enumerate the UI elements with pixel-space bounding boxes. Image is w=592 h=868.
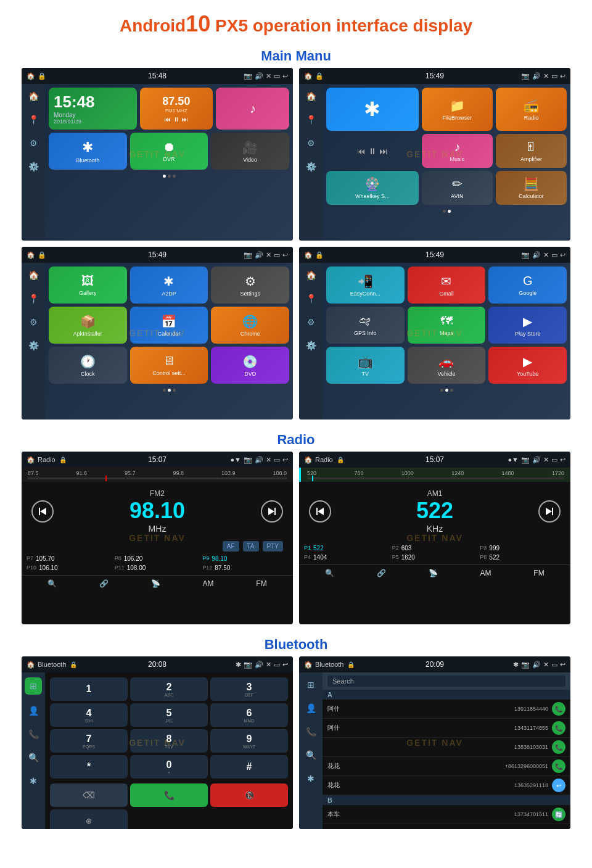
radio-next-fm[interactable]	[261, 500, 283, 523]
sidebar-equalizer-2[interactable]: ⚙	[303, 136, 318, 151]
dvd-tile[interactable]: 💿 DVD	[211, 347, 289, 384]
sidebar-settings-2[interactable]: ⚙️	[303, 159, 318, 174]
controlsett-tile[interactable]: 🖥 Control sett...	[130, 347, 208, 384]
gallery-tile[interactable]: 🖼 Gallery	[49, 267, 127, 304]
prev-btn[interactable]: ⏮	[357, 146, 366, 156]
bt-search-icon[interactable]: 🔍	[26, 750, 41, 765]
youtube-tile[interactable]: ▶ YouTube	[488, 347, 567, 384]
contact-3[interactable]: 13838103031 📞	[323, 738, 570, 757]
bt-settings-sidebar[interactable]: ✱	[26, 774, 41, 788]
dial-star[interactable]: *	[50, 755, 128, 779]
dial-5[interactable]: 5 JKL	[130, 703, 208, 727]
radio-am-fm-btn[interactable]: FM	[533, 569, 544, 577]
bt-c-search-icon[interactable]: 🔍	[303, 748, 318, 763]
easyconn-tile[interactable]: 📲 EasyConn...	[326, 267, 405, 304]
dial-9[interactable]: 9 WXYZ	[210, 729, 288, 753]
wheelkey-tile[interactable]: 🎡 Wheelkey S...	[326, 171, 419, 205]
video-tile[interactable]: 🎥 Video	[211, 133, 289, 170]
home-icon-4[interactable]: 🏠	[304, 251, 313, 259]
radio-am-back[interactable]: ↩	[560, 456, 565, 464]
clock-tile-3[interactable]: 🕐 Clock	[49, 347, 127, 384]
sidebar-home-2[interactable]: 🏠	[303, 89, 318, 104]
sidebar-location-3[interactable]: 📍	[26, 291, 41, 306]
dial-del-btn[interactable]: ⌫	[50, 783, 128, 807]
contact-1[interactable]: 阿什 13911854440 📞	[323, 700, 570, 719]
music-tile[interactable]: ♪	[216, 88, 289, 130]
chrome-tile[interactable]: 🌐 Chrome	[211, 307, 289, 344]
settings-tile[interactable]: ⚙ Settings	[211, 267, 289, 304]
bt-c-home-icon[interactable]: 🏠	[304, 661, 313, 669]
preset-p4[interactable]: P4 1404	[304, 554, 390, 561]
home-icon-2[interactable]: 🏠	[304, 72, 313, 80]
sidebar-settings-3[interactable]: ⚙️	[26, 338, 41, 353]
preset-p3[interactable]: P3 999	[480, 545, 565, 552]
sidebar-location-1[interactable]: 📍	[26, 112, 41, 127]
back-icon-4[interactable]: ↩	[560, 251, 565, 259]
gpsinfo-tile[interactable]: 🛩 GPS Info	[326, 307, 405, 344]
radio-link-btn[interactable]: 🔗	[99, 579, 109, 588]
music-tile-2[interactable]: ♪ Music	[422, 134, 493, 168]
radio-antenna-btn[interactable]: 📡	[151, 579, 160, 588]
preset-p11[interactable]: P11 108.00	[115, 564, 200, 571]
sidebar-home-3[interactable]: 🏠	[26, 268, 41, 283]
preset-p9[interactable]: P9 98.10	[202, 555, 288, 562]
preset-p7[interactable]: P7 105.70	[27, 555, 112, 562]
bt-c-settings-icon[interactable]: ✱	[303, 771, 318, 786]
sidebar-equalizer-1[interactable]: ⚙	[26, 136, 41, 151]
calculator-tile[interactable]: 🧮 Calculator	[496, 171, 567, 205]
dial-2[interactable]: 2 ABC	[130, 677, 208, 701]
bt-big-tile[interactable]: ✱	[326, 88, 419, 131]
google-tile[interactable]: G Google	[488, 267, 567, 304]
bt-recents-icon[interactable]: 📞	[26, 727, 41, 742]
contact-6[interactable]: 本车 13734701511 🔄	[323, 805, 570, 824]
call-btn-5[interactable]: ↩	[552, 779, 565, 792]
radio-ta-btn[interactable]: TA	[243, 541, 259, 552]
dial-8[interactable]: 8 TUV	[130, 729, 208, 753]
radio-am-am-btn[interactable]: AM	[480, 569, 491, 577]
sidebar-location-2[interactable]: 📍	[303, 112, 318, 127]
dial-call-btn[interactable]: 📞	[130, 783, 208, 807]
call-btn-2[interactable]: 📞	[552, 721, 565, 735]
radio-next-am[interactable]	[538, 500, 561, 523]
call-btn-1[interactable]: 📞	[552, 702, 565, 716]
dial-hash[interactable]: #	[210, 755, 288, 779]
bt-c-back[interactable]: ↩	[560, 661, 565, 669]
maps-tile[interactable]: 🗺 Maps	[408, 307, 486, 344]
bt-back[interactable]: ↩	[282, 661, 288, 669]
play-btn[interactable]: ⏸	[368, 146, 377, 156]
bt-home-icon[interactable]: 🏠	[27, 661, 35, 669]
bluetooth-tile-home1[interactable]: ✱ Bluetooth	[49, 133, 127, 170]
preset-p1[interactable]: P1 522	[304, 545, 390, 552]
radio-am-home-icon[interactable]: 🏠	[304, 456, 313, 464]
radio-search-btn[interactable]: 🔍	[47, 579, 57, 588]
preset-p5[interactable]: P5 1620	[392, 554, 478, 561]
radio-am-search-btn[interactable]: 🔍	[325, 569, 334, 577]
gmail-tile[interactable]: ✉ Gmail	[408, 267, 486, 304]
amplifier-tile[interactable]: 🎚 Amplifier	[496, 134, 567, 168]
bt-c-recents-icon[interactable]: 📞	[303, 724, 318, 739]
radio-fm-btn[interactable]: FM	[256, 579, 266, 588]
dial-1[interactable]: 1	[50, 677, 128, 701]
preset-p10[interactable]: P10 106.10	[27, 564, 112, 571]
dial-7[interactable]: 7 PQRS	[50, 729, 128, 753]
contact-5[interactable]: 花花 13635291118 ↩	[323, 776, 570, 795]
radio-prev-fm[interactable]	[31, 500, 54, 523]
dial-0[interactable]: 0 +	[130, 755, 208, 779]
call-btn-6[interactable]: 🔄	[552, 808, 565, 821]
vehicle-tile[interactable]: 🚗 Vehicle	[408, 347, 486, 384]
a2dp-tile[interactable]: ✱ A2DP	[130, 267, 208, 304]
dial-4[interactable]: 4 GHI	[50, 703, 128, 727]
home-icon-1[interactable]: 🏠	[27, 72, 35, 80]
bt-contacts-icon[interactable]: 👤	[26, 703, 41, 718]
fm-tile[interactable]: 87.50 FM1 MHZ ⏮ ⏸ ⏭	[140, 88, 213, 130]
filebrowser-tile[interactable]: 📁 FileBrowser	[422, 88, 493, 131]
dial-end-btn[interactable]: 📵	[210, 783, 288, 807]
radio-am-btn[interactable]: AM	[203, 579, 214, 588]
bt-c-dialpad-icon[interactable]: ⊞	[303, 677, 318, 692]
back-icon-3[interactable]: ↩	[282, 251, 288, 259]
freq-slider[interactable]	[28, 477, 287, 479]
bt-c-contacts-icon[interactable]: 👤	[303, 701, 318, 716]
calendar-tile[interactable]: 📅 Calendar	[130, 307, 208, 344]
sidebar-equalizer-4[interactable]: ⚙	[303, 315, 318, 329]
preset-p6[interactable]: P6 522	[480, 554, 565, 561]
